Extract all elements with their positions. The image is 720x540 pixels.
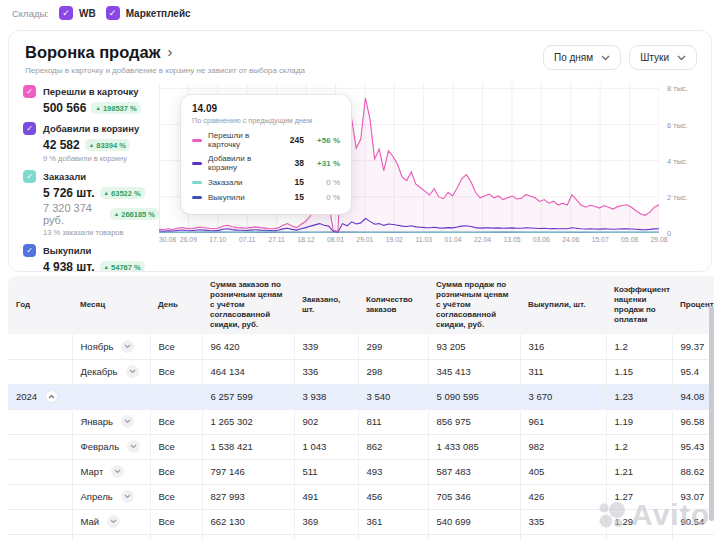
day-cell: Все [150, 459, 202, 484]
metric-cell: 6 257 599 [202, 384, 294, 409]
chevron-down-icon [124, 344, 131, 349]
expand-month-button[interactable] [126, 365, 139, 378]
chart-x-axis: 30.0826.0917.1007.1127.1118.1208.0129.01… [159, 236, 659, 248]
year-cell [8, 359, 72, 384]
column-header[interactable]: Сумма заказов по розничным ценам с учёто… [202, 276, 294, 334]
metric-cell: 93 205 [428, 334, 520, 359]
checkbox-marketplace-icon[interactable]: ✓ [106, 6, 120, 20]
metric-cell: 298 [358, 359, 428, 384]
title-chevron-icon[interactable]: › [167, 43, 172, 60]
tooltip-series-value: 15 [278, 177, 304, 187]
metric-cell: 982 [520, 434, 606, 459]
x-tick-label: 26.09 [180, 236, 197, 243]
vertical-scrollbar[interactable] [709, 306, 714, 521]
expand-month-button[interactable] [121, 340, 134, 353]
x-tick-label: 15.07 [592, 236, 609, 243]
table-row[interactable]: ДекабрьВсе464 134336298345 4133111.1595.… [8, 359, 714, 384]
page-title: Воронка продаж [25, 43, 160, 62]
metric-checkbox[interactable]: ✓ [23, 244, 36, 257]
metric-cell: 464 134 [202, 359, 294, 384]
table-row[interactable]: ЯнварьВсе1 265 302902811856 9759611.1996… [8, 409, 714, 434]
card-header: Воронка продаж › Переходы в карточку и д… [9, 31, 711, 75]
column-header[interactable]: Количество заказов [358, 276, 428, 334]
expand-month-button[interactable] [127, 440, 140, 453]
tooltip-series-delta: 0 % [304, 193, 340, 202]
metric-cell: 5 090 595 [428, 384, 520, 409]
metric-cell: 1.21 [606, 459, 672, 484]
collapse-year-button[interactable] [45, 390, 58, 403]
month-cell: Декабрь [72, 359, 150, 384]
y-tick-label: 8 тыс. [667, 84, 688, 93]
table-row[interactable]: ФевральВсе1 538 4211 0438621 433 0859821… [8, 434, 714, 459]
metric-cell: 94.08 [672, 384, 714, 409]
chevron-down-icon [114, 469, 121, 474]
metric-cell: 1 265 302 [202, 409, 294, 434]
metric-cell: 1.27 [606, 484, 672, 509]
metric-cell: 705 346 [428, 484, 520, 509]
metric-cell: 95.43 [672, 434, 714, 459]
table-row[interactable]: НоябрьВсе96 42033929993 2053161.299.37 [8, 334, 714, 359]
funnel-chart[interactable]: 30.0826.0917.1007.1127.1118.1208.0129.01… [159, 83, 659, 248]
metric-cell: 316 [520, 334, 606, 359]
expand-month-button[interactable] [121, 490, 134, 503]
metric-delta-badge: ▲ 266185 % [110, 208, 159, 220]
metric-label: Выкупили [43, 245, 91, 256]
metric-label: Заказали [43, 171, 86, 182]
checkbox-wb-icon[interactable]: ✓ [59, 6, 73, 20]
metric-checkbox[interactable]: ✓ [23, 122, 36, 135]
checkbox-wb-label: WB [79, 8, 96, 19]
day-cell: Все [150, 334, 202, 359]
expand-month-button[interactable] [111, 465, 124, 478]
day-cell: Все [150, 409, 202, 434]
sales-funnel-page: Склады: ✓ WB ✓ Маркетплейс Воронка прода… [0, 0, 720, 540]
table-row[interactable]: 20246 257 5993 9383 5405 090 5953 6701.2… [8, 384, 714, 409]
column-header[interactable]: Процент выкупа [672, 276, 714, 334]
units-select[interactable]: Штуки [629, 45, 697, 70]
metric-cell: 1.15 [606, 359, 672, 384]
table-row[interactable]: МайВсе662 130369361540 6993351.2990.54 [8, 509, 714, 534]
chart-tooltip: 14.09 По сравнению с предыдущим днем Пер… [181, 95, 351, 214]
metric-checkbox[interactable]: ✓ [23, 170, 36, 183]
column-header[interactable]: Год [8, 276, 72, 334]
table-row[interactable]: АпрельВсе827 993491456705 3464261.2793.0… [8, 484, 714, 509]
metric-note: 13 % заказали товаров [23, 228, 159, 237]
table-row[interactable]: МартВсе797 146511493587 4834051.2188.62 [8, 459, 714, 484]
checkbox-marketplace[interactable]: ✓ Маркетплейс [106, 6, 191, 20]
expand-month-button[interactable] [121, 415, 134, 428]
y-tick-label: 6 тыс. [667, 121, 688, 130]
metric-checkbox[interactable]: ✓ [23, 85, 36, 98]
metric-cell: 93.07 [672, 484, 714, 509]
checkbox-wb[interactable]: ✓ WB [59, 6, 96, 20]
column-header[interactable]: Заказано, шт. [294, 276, 358, 334]
metric-cell: 511 [294, 459, 358, 484]
tooltip-row: Выкупили150 % [192, 192, 340, 202]
x-tick-label: 08.01 [327, 236, 344, 243]
metric-item: ✓Заказали5 726 шт.▲ 63522 %7 320 374 руб… [23, 170, 159, 237]
expand-month-button[interactable] [107, 515, 120, 528]
column-header[interactable]: Коэффициент наценки продаж по оплатам [606, 276, 672, 334]
column-header[interactable]: Выкупили, шт. [520, 276, 606, 334]
metric-cell: 1.2 [606, 334, 672, 359]
x-tick-label: 05.08 [621, 236, 638, 243]
metric-cell: 430 057 [202, 534, 294, 540]
x-tick-label: 19.02 [386, 236, 403, 243]
metric-cell: 323 553 [428, 534, 520, 540]
x-tick-label: 07.11 [239, 236, 256, 243]
month-cell: Июнь [72, 534, 150, 540]
metric-cell: 811 [358, 409, 428, 434]
day-cell: Все [150, 534, 202, 540]
column-header[interactable]: Месяц [72, 276, 150, 334]
year-cell [8, 334, 72, 359]
column-header[interactable]: День [150, 276, 202, 334]
metric-cell: 1 538 421 [202, 434, 294, 459]
column-header[interactable]: Сумма продаж по розничным ценам с учётом… [428, 276, 520, 334]
period-select[interactable]: По дням [543, 45, 621, 70]
year-cell: 2024 [8, 384, 72, 409]
chevron-up-icon [48, 394, 55, 399]
metric-cell: 91.46 [672, 534, 714, 540]
metric-cell: 862 [358, 434, 428, 459]
metric-cell: 96 420 [202, 334, 294, 359]
table-row[interactable]: ИюньВсе430 057243190323 5531721.2691.46 [8, 534, 714, 540]
x-tick-label: 17.10 [209, 236, 226, 243]
chevron-down-icon [130, 444, 137, 449]
